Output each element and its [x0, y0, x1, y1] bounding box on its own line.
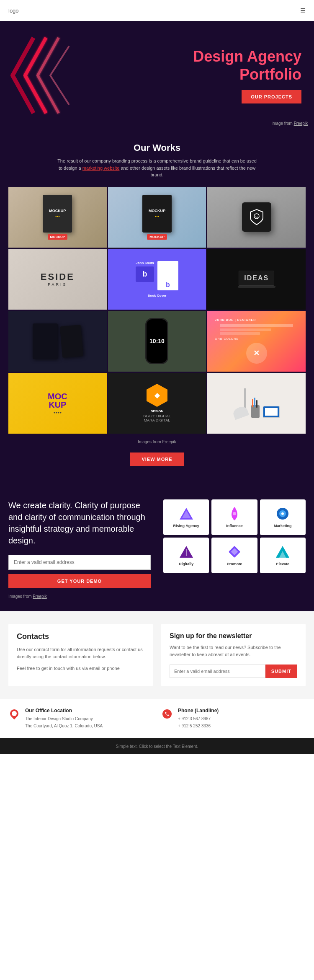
- digitally-icon: [179, 544, 194, 559]
- grid-cell-biz-card: JOHN DOE | DESIGNER ORB COLORE ✕: [207, 311, 306, 372]
- logo-grid: Rising Agency Influence: [163, 499, 306, 573]
- works-grid-row-2: ESIDE PARIS John Smith b b Book Co: [8, 249, 306, 310]
- newsletter-desc: Want to be the first to read our news? S…: [170, 644, 297, 659]
- elevate-name: Elevate: [276, 562, 290, 566]
- contacts-desc2: Feel free to get in touch with us via em…: [17, 665, 144, 672]
- clarity-email-input[interactable]: [8, 555, 151, 570]
- grid-cell-desk: [207, 373, 306, 434]
- billboard-mock-text: MOCKUP: [48, 392, 67, 409]
- phone-icon: [161, 708, 173, 719]
- works-description: The result of our company branding proce…: [57, 158, 257, 178]
- eside-text: ESIDE: [41, 272, 75, 282]
- hex-card-inner: ◆ DESIGN BLAZE DIGITAL MARA DIGITAL: [143, 384, 170, 422]
- grid-cell-phone: 10:10: [108, 311, 206, 372]
- grid-cell-hex-card: ◆ DESIGN BLAZE DIGITAL MARA DIGITAL: [108, 373, 206, 434]
- our-projects-button[interactable]: OUR PROJECTS: [242, 90, 301, 103]
- header: logo ≡: [0, 0, 314, 21]
- contacts-title: Contacts: [17, 632, 144, 641]
- office-info: Our Office Location The Interior Design …: [25, 708, 103, 729]
- works-grid-row-4: MOCKUP ●●●● ◆ DESIGN BLAZE DIGITAL MARA …: [8, 373, 306, 434]
- phone-number2: + 912 5 252 3336: [178, 722, 219, 729]
- grid-cell-book-cover: John Smith b b Book Cover: [108, 249, 206, 310]
- hex-inner-icon: ◆: [154, 391, 160, 399]
- grid-cell-mockup1: MOCKUP●●● MOCKUP: [8, 187, 107, 248]
- clarity-heading: We create clarity. Clarity of purpose an…: [8, 499, 151, 546]
- works-grid-row-3: 10:10 JOHN DOE | DESIGNER ORB COLORE ✕: [8, 311, 306, 372]
- newsletter-form: SUBMIT: [170, 665, 297, 678]
- hexcard-label: BLAZE DIGITAL: [143, 414, 170, 418]
- newsletter-card: Sign up for the newsletter Want to be th…: [161, 624, 306, 686]
- promote-name: Promote: [227, 562, 242, 566]
- marketing-link[interactable]: marketing website: [82, 165, 120, 171]
- clarity-credit: Images from Freepik: [8, 594, 151, 599]
- works-section: Our Works The result of our company bran…: [0, 130, 314, 483]
- works-grid-row-1: MOCKUP●●● MOCKUP MOCKUP●●● MOCKUP: [8, 187, 306, 248]
- footer-info: Our Office Location The Interior Design …: [0, 699, 314, 738]
- location-icon: [8, 708, 20, 719]
- grid-cell-ideas: IDEAS: [207, 249, 306, 310]
- hero-arrows-graphic: [0, 21, 84, 130]
- phone-time: 10:10: [149, 338, 165, 344]
- logo-card-marketing: Marketing: [260, 499, 306, 535]
- logo-card-promote: Promote: [211, 538, 257, 573]
- grid-cell-dark-card: [8, 311, 107, 372]
- grid-cell-billboard: MOCKUP ●●●●: [8, 373, 107, 434]
- clarity-freepik-link[interactable]: Freepik: [33, 594, 46, 599]
- office-location-col: Our Office Location The Interior Design …: [8, 708, 153, 729]
- view-more-wrap: VIEW MORE: [8, 448, 306, 478]
- hero-section: Design Agency Portfolio OUR PROJECTS Ima…: [0, 21, 314, 130]
- newsletter-email-input[interactable]: [170, 665, 265, 678]
- elevate-icon: [275, 544, 290, 559]
- phone-title: Phone (Landline): [178, 708, 219, 714]
- clarity-section: We create clarity. Clarity of purpose an…: [0, 483, 314, 611]
- newsletter-submit-button[interactable]: SUBMIT: [265, 665, 297, 678]
- logo-card-elevate: Elevate: [260, 538, 306, 573]
- phone-number1: + 912 3 567 8987: [178, 715, 219, 722]
- phone-info: Phone (Landline) + 912 3 567 8987 + 912 …: [178, 708, 219, 729]
- bottom-bar: Simple text. Click to select the Text El…: [0, 738, 314, 754]
- hexcard-sublabel: MARA DIGITAL: [143, 418, 170, 422]
- marketing-name: Marketing: [274, 524, 292, 528]
- contacts-card: Contacts Use our contact form for all in…: [8, 624, 153, 686]
- grid-cell-logo-shield: G: [207, 187, 306, 248]
- hero-credit-link[interactable]: Freepik: [294, 121, 308, 126]
- contacts-section: Contacts Use our contact form for all in…: [0, 611, 314, 699]
- eside-sub: PARIS: [48, 282, 67, 287]
- rising-agency-name: Rising Agency: [173, 524, 199, 528]
- influence-icon: [227, 506, 242, 521]
- works-freepik-link[interactable]: Freepik: [162, 440, 176, 444]
- grid-cell-eside: ESIDE PARIS: [8, 249, 107, 310]
- clarity-left-panel: We create clarity. Clarity of purpose an…: [8, 499, 155, 599]
- office-title: Our Office Location: [25, 708, 103, 714]
- phone-mockup-screen: 10:10: [145, 318, 168, 364]
- hero-credit: Image from Freepik: [271, 121, 308, 126]
- marketing-icon: [275, 506, 290, 521]
- digitally-name: Digitally: [179, 562, 193, 566]
- svg-point-5: [233, 512, 236, 515]
- grid-cell-mockup2: MOCKUP●●● MOCKUP: [108, 187, 206, 248]
- office-line1: The Interior Design Studio Company: [25, 715, 103, 722]
- clarity-right-panel: Rising Agency Influence: [163, 499, 306, 599]
- logo-card-influence: Influence: [211, 499, 257, 535]
- influence-name: Influence: [226, 524, 243, 528]
- logo-card-digitally: Digitally: [163, 538, 209, 573]
- view-more-button[interactable]: VIEW MORE: [130, 453, 184, 466]
- get-demo-button[interactable]: GET YOUR DEMO: [8, 574, 151, 588]
- works-images-credit: Images from Freepik: [8, 440, 306, 444]
- hamburger-icon[interactable]: ≡: [300, 5, 306, 16]
- phone-col: Phone (Landline) + 912 3 567 8987 + 912 …: [161, 708, 306, 729]
- rising-agency-icon: [179, 506, 194, 521]
- hero-title: Design Agency Portfolio: [193, 47, 301, 83]
- billboard-content: MOCKUP ●●●●: [44, 388, 72, 419]
- hero-content: Design Agency Portfolio OUR PROJECTS: [193, 47, 301, 103]
- logo-card-rising-agency: Rising Agency: [163, 499, 209, 535]
- office-line2: The Courtyard, Al Quoz 1, Colorado, USA: [25, 722, 103, 729]
- svg-point-8: [281, 512, 284, 515]
- promote-icon: [227, 544, 242, 559]
- header-logo: logo: [8, 8, 19, 14]
- bottom-bar-text: Simple text. Click to select the Text El…: [116, 744, 198, 749]
- works-title: Our Works: [8, 142, 306, 153]
- contacts-desc1: Use our contact form for all information…: [17, 646, 144, 661]
- newsletter-title: Sign up for the newsletter: [170, 632, 297, 640]
- svg-text:G: G: [255, 215, 258, 219]
